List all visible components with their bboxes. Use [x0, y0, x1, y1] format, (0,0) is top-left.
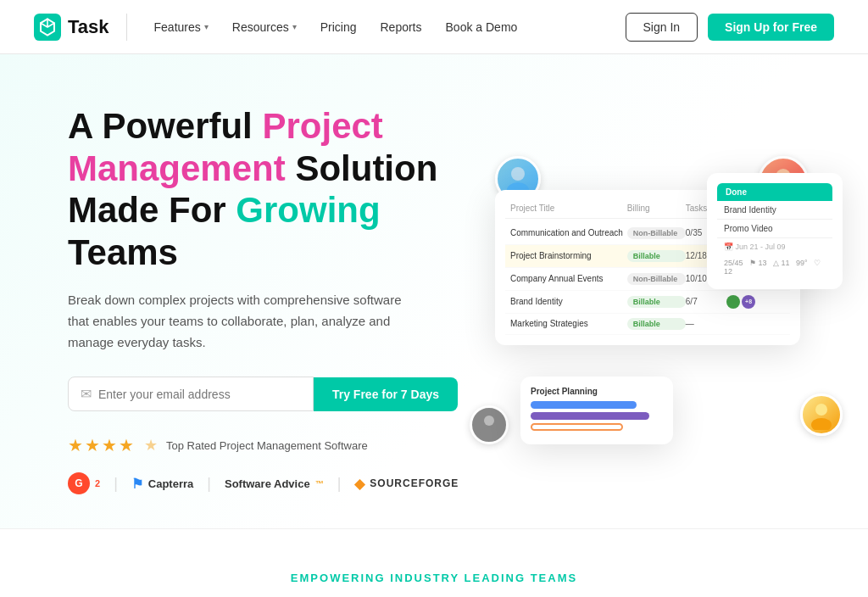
- badge-capterra: ⚑ Capterra: [131, 476, 193, 492]
- hero-description: Break down complex projects with compreh…: [68, 290, 424, 353]
- chevron-down-icon: ▾: [204, 22, 209, 31]
- badge-row: G 2 | ⚑ Capterra | Software Advice ™ | ◆…: [68, 472, 475, 494]
- navbar: Task Features ▾ Resources ▾ Pricing Repo…: [0, 0, 868, 54]
- badge-g2: G 2: [68, 472, 100, 494]
- side-date: 📅 Jun 21 - Jul 09: [717, 238, 832, 255]
- logo-icon: [34, 14, 61, 41]
- svg-point-8: [480, 427, 498, 438]
- rating-row: ★★★★ ★ Top Rated Project Management Soft…: [68, 435, 475, 455]
- side-brand-identity: Brand Identity: [717, 201, 832, 220]
- gantt-card: Project Planning: [520, 377, 673, 444]
- email-icon: ✉: [81, 386, 92, 402]
- nav-left: Task Features ▾ Resources ▾ Pricing Repo…: [34, 14, 517, 41]
- done-label: Done: [717, 183, 832, 201]
- dashboard-mockup: Project Title Billing Tasks Resources Co…: [478, 156, 834, 444]
- email-input-wrap: ✉: [68, 377, 314, 411]
- badge-sourceforge: ◆ SOURCEFORGE: [354, 476, 459, 492]
- empowering-label: EMPOWERING INDUSTRY LEADING TEAMS: [34, 572, 834, 584]
- star-rating: ★★★★: [68, 435, 136, 455]
- nav-reports[interactable]: Reports: [380, 20, 421, 34]
- nav-resources[interactable]: Resources ▾: [232, 20, 297, 34]
- gantt-bar-2: [531, 412, 649, 420]
- hero-left: A Powerful Project Management Solution M…: [68, 105, 475, 494]
- done-card: Done Brand Identity Promo Video 📅 Jun 21…: [707, 173, 843, 289]
- gantt-bar-1: [531, 401, 637, 409]
- logo-text: Task: [68, 16, 109, 38]
- nav-pricing[interactable]: Pricing: [320, 20, 357, 34]
- logo[interactable]: Task: [34, 14, 127, 41]
- nav-features[interactable]: Features ▾: [154, 20, 209, 34]
- email-form: ✉ Try Free for 7 Days: [68, 377, 458, 411]
- chevron-down-icon: ▾: [292, 22, 297, 31]
- side-stats: 25/45 ⚑ 13 △ 11 99° ♡ 12: [717, 255, 832, 279]
- gantt-title: Project Planning: [531, 387, 663, 396]
- empowering-section: EMPOWERING INDUSTRY LEADING TEAMS McLare…: [0, 528, 868, 597]
- badge-software-advice: Software Advice ™: [225, 477, 324, 490]
- nav-links: Features ▾ Resources ▾ Pricing Reports B…: [154, 20, 518, 34]
- try-free-button[interactable]: Try Free for 7 Days: [314, 377, 458, 411]
- svg-point-7: [484, 416, 494, 426]
- nav-book-demo[interactable]: Book a Demo: [446, 20, 518, 34]
- table-row: Brand Identity Billable 6/7 +8: [505, 291, 790, 314]
- nav-right: Sign In Sign Up for Free: [626, 13, 835, 42]
- gantt-bar-3: [531, 423, 623, 431]
- rating-text: Top Rated Project Management Software: [166, 439, 368, 452]
- hero-section: A Powerful Project Management Solution M…: [0, 54, 868, 528]
- avatar-4: [470, 405, 509, 444]
- svg-point-5: [815, 404, 827, 416]
- side-promo-video: Promo Video: [717, 220, 832, 238]
- avatar-3: [800, 393, 843, 436]
- table-row: Marketing Strategies Billable —: [505, 314, 790, 335]
- signin-button[interactable]: Sign In: [626, 13, 698, 42]
- hero-right: Project Title Billing Tasks Resources Co…: [475, 156, 834, 444]
- svg-point-1: [511, 167, 525, 181]
- svg-point-6: [811, 418, 832, 430]
- hero-title: A Powerful Project Management Solution M…: [68, 105, 475, 273]
- email-input[interactable]: [98, 388, 301, 401]
- signup-button[interactable]: Sign Up for Free: [708, 14, 834, 41]
